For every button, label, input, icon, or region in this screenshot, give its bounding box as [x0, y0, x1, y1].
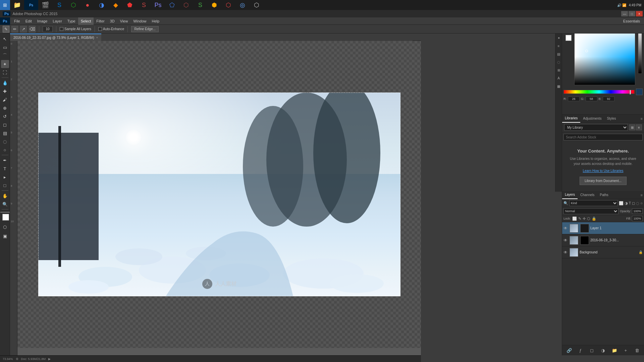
auto-enhance-checkbox[interactable]	[98, 27, 102, 31]
status-triangle[interactable]: ▶	[48, 357, 51, 361]
menu-type[interactable]: Type	[65, 17, 78, 25]
maximize-button[interactable]: □	[629, 11, 635, 16]
panel-icon-5[interactable]: ◌	[556, 59, 562, 65]
taskbar-app6[interactable]: ⬟	[123, 0, 137, 10]
layer-visibility-toggle[interactable]: 👁	[564, 226, 568, 231]
zoom-tool[interactable]: 🔍	[1, 200, 9, 208]
libraries-tab[interactable]: Libraries	[562, 115, 580, 123]
start-button[interactable]: ⊞	[0, 0, 10, 10]
taskbar-app9[interactable]: ⬠	[165, 0, 179, 10]
brush-tool-icon4[interactable]: ⌫	[29, 26, 36, 33]
crop-tool[interactable]: ⛶	[1, 68, 9, 76]
menu-layer[interactable]: Layer	[50, 17, 65, 25]
rectangular-marquee-tool[interactable]: ▭	[1, 43, 9, 51]
adjustment-filter-icon[interactable]: ◑	[625, 201, 628, 205]
taskbar-explorer[interactable]: 📁	[10, 0, 24, 10]
styles-tab[interactable]: Styles	[604, 115, 619, 123]
add-adjustment-icon[interactable]: ◑	[599, 347, 607, 354]
menu-filter[interactable]: Filter	[94, 17, 107, 25]
magic-wand-tool[interactable]: ✦	[1, 60, 9, 68]
brush-tool-icon3[interactable]: ↗	[20, 26, 27, 33]
shape-tool[interactable]: □	[1, 181, 9, 189]
taskbar-ps[interactable]: Ps	[24, 0, 38, 10]
layer-filter-select[interactable]: Kind	[569, 200, 618, 206]
brush-tool-icon2[interactable]: ✏	[11, 26, 18, 33]
heal-tool[interactable]: ✚	[1, 87, 9, 95]
history-brush-tool[interactable]: ↺	[1, 112, 9, 120]
add-group-icon[interactable]: 📁	[611, 347, 618, 354]
brightness-slider[interactable]	[638, 27, 642, 74]
pixel-filter-icon[interactable]: ⬜	[619, 201, 624, 205]
hand-tool[interactable]: ✋	[1, 192, 9, 200]
shape-filter-icon[interactable]: ◻	[632, 201, 635, 205]
taskbar-app2[interactable]: S	[52, 0, 66, 10]
panel-icon-8[interactable]: ▦	[556, 83, 562, 89]
blue-input[interactable]	[603, 97, 614, 101]
lock-paint-icon[interactable]: ✎	[578, 217, 581, 221]
minimize-button[interactable]: —	[621, 11, 628, 16]
brush-tool-icon[interactable]: ✎	[3, 26, 9, 33]
add-layer-icon[interactable]: +	[622, 347, 629, 354]
foreground-color-swatch[interactable]	[0, 212, 10, 213]
menu-edit[interactable]: Edit	[23, 17, 35, 25]
taskbar-app3[interactable]: ⬡	[66, 0, 80, 10]
panel-icon-7[interactable]: A	[556, 75, 562, 81]
move-tool[interactable]: ↖	[1, 35, 9, 43]
library-dropdown[interactable]: My Library	[564, 124, 628, 131]
layers-menu-icon[interactable]: ≡	[641, 193, 643, 197]
adjustments-tab[interactable]: Adjustments	[580, 115, 604, 123]
dodge-tool[interactable]: ○	[1, 146, 9, 154]
blend-mode-select[interactable]: Normal	[564, 208, 619, 214]
menu-help[interactable]: Help	[149, 17, 162, 25]
layer-visibility-toggle[interactable]: 👁	[564, 238, 568, 243]
menu-file[interactable]: File	[11, 17, 23, 25]
taskbar-app1[interactable]: 🎬	[38, 0, 52, 10]
panel-icon-6[interactable]: ⊞	[556, 67, 562, 73]
taskbar-app8[interactable]: Ps	[151, 0, 165, 10]
menu-3d[interactable]: 3D	[107, 17, 117, 25]
canvas-size-icon[interactable]: ⚙	[16, 357, 18, 361]
smart-filter-icon[interactable]: ◌	[636, 201, 639, 205]
filter-toggle-icon[interactable]: ○	[640, 201, 643, 205]
add-layer-style-icon[interactable]: ƒ	[577, 347, 584, 354]
auto-enhance-option[interactable]: Auto-Enhance	[98, 27, 124, 31]
document-tab[interactable]: 2016-06-19_22-31-07.jpg @ 73.9% (Layer 1…	[10, 34, 101, 41]
lasso-tool[interactable]: ⌒	[1, 52, 9, 60]
library-from-document-button[interactable]: Library from Document...	[580, 177, 627, 185]
color-spectrum[interactable]	[574, 28, 635, 85]
tab-close-button[interactable]: ×	[96, 36, 98, 39]
filter-search-icon[interactable]: 🔍	[564, 201, 568, 205]
lock-all-icon[interactable]: 🔒	[592, 217, 596, 221]
brush-paint-tool[interactable]: 🖌	[1, 96, 9, 104]
menu-window[interactable]: Window	[130, 17, 149, 25]
layer-row[interactable]: 👁 2016-06-19_3-30...	[562, 234, 644, 246]
red-input[interactable]	[568, 97, 580, 101]
sample-all-layers-option[interactable]: Sample All Layers	[60, 27, 91, 31]
lock-position-icon[interactable]: ✛	[583, 217, 586, 221]
brush-size-value[interactable]: 10	[43, 26, 53, 32]
taskbar-app5[interactable]: ◆	[109, 0, 123, 10]
menu-select[interactable]: Select	[78, 17, 94, 25]
sample-all-layers-checkbox[interactable]	[60, 27, 63, 31]
add-mask-icon[interactable]: ◻	[588, 347, 595, 354]
bg-color-preview[interactable]	[566, 35, 572, 41]
layer-visibility-toggle[interactable]: 👁	[564, 250, 568, 255]
libraries-menu-icon[interactable]: ≡	[641, 117, 643, 121]
layer-link-icon[interactable]: 🔗	[566, 347, 573, 354]
screen-mode[interactable]: ▣	[1, 232, 9, 240]
taskbar-app11[interactable]: S	[193, 0, 207, 10]
taskbar-app15[interactable]: ⬡	[250, 0, 264, 10]
hue-slider[interactable]	[564, 90, 635, 94]
gradient-tool[interactable]: ▤	[1, 129, 9, 137]
background-color-swatch[interactable]	[2, 214, 9, 221]
clone-stamp-tool[interactable]: ⊕	[1, 104, 9, 112]
paths-tab[interactable]: Paths	[597, 191, 611, 199]
taskbar-app14[interactable]: ◎	[235, 0, 250, 10]
library-search-input[interactable]	[564, 134, 643, 140]
panel-icon-2[interactable]: ✦	[556, 35, 562, 41]
taskbar-app12[interactable]: ⬢	[207, 0, 221, 10]
color-swatches[interactable]	[0, 212, 10, 221]
panel-icon-3[interactable]: ≡	[556, 43, 562, 49]
delete-layer-icon[interactable]: 🗑	[633, 347, 641, 354]
lock-artboard-icon[interactable]: ⬡	[587, 217, 590, 221]
